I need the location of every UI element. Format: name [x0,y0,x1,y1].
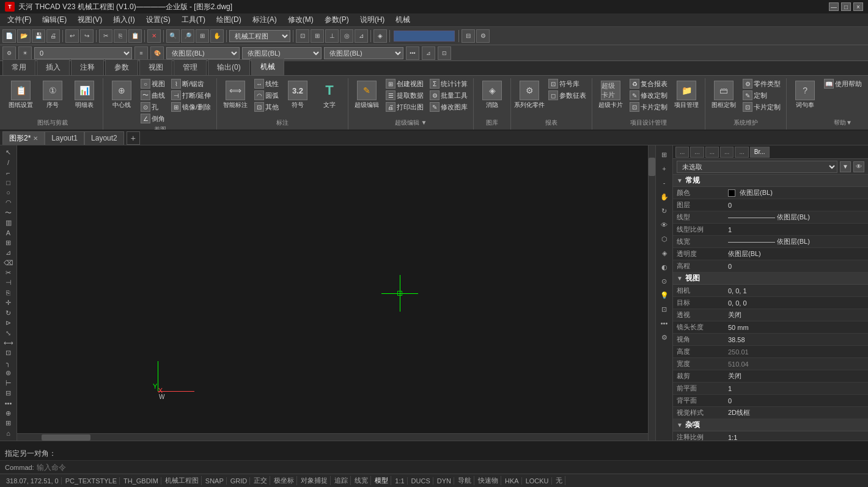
lt-rectangle[interactable]: □ [2,178,15,187]
rbn-chamfer[interactable]: ∠ 倒角 [139,113,167,124]
prop-tab-1[interactable]: ... [675,147,689,158]
bylayer-combo1[interactable]: 依图层(BL) [166,47,240,59]
rbn-centerline[interactable]: ⊕ 中心线 [107,78,136,110]
lt-move[interactable]: ✛ [2,298,15,307]
rbn-hide[interactable]: ◈ 消隐 [477,78,507,110]
scrollbar-thumb-h[interactable] [42,434,90,441]
menu-dimension[interactable]: 标注(A) [248,13,282,26]
ribbon-tab-view[interactable]: 视图 [139,59,172,75]
rbn-serial[interactable]: ① 序号 [38,78,67,110]
lt-offset[interactable]: ⊡ [2,348,15,357]
rbn-series-parts[interactable]: ⚙ 系列化零件 [515,78,544,110]
lt-extend[interactable]: ⊣ [2,278,15,287]
tb-print[interactable]: 🖨 [46,29,60,43]
rbn-roughness[interactable]: 3.2 符号 [283,78,312,110]
tb-paste[interactable]: 📋 [128,29,142,43]
menu-settings[interactable]: 设置(S) [141,13,175,26]
drawing-tab-layout2[interactable]: Layout2 [84,131,124,145]
prop-section-general[interactable]: ▼ 常规 [673,175,868,187]
menu-insert[interactable]: 插入(I) [108,13,139,26]
rt-light[interactable]: 💡 [658,288,671,302]
rbn-text[interactable]: T 文字 [315,78,344,110]
rt-3d[interactable]: ◈ [658,246,671,260]
rbn-bom[interactable]: 📊 明细表 [70,78,99,110]
rbn-card-customize[interactable]: ⊡ 卡片定制 [628,101,669,112]
ribbon-tab-common[interactable]: 常用 [2,59,35,75]
tb-props[interactable]: ⚙ [476,29,490,43]
lt-draw-line[interactable]: / [2,158,15,167]
rbn-drawing-setup[interactable]: 📋 图纸设置 [6,78,35,110]
rt-shade[interactable]: ◐ [658,260,671,274]
lt-more3[interactable]: ⊞ [2,419,15,428]
rbn-stats[interactable]: Σ 统计计算 [428,78,469,89]
rt-orbit[interactable]: ↻ [658,204,671,218]
scrollbar-thumb-v[interactable] [649,158,655,176]
tb-osnap[interactable]: ⊿ [355,29,368,43]
maximize-button[interactable]: □ [841,2,851,11]
tb-cut[interactable]: ✂ [99,29,112,43]
ribbon-tab-manage[interactable]: 管理 [174,59,207,75]
lt-scale[interactable]: ⤡ [2,328,15,337]
lt-pan-nav[interactable]: ⌂ [2,428,15,438]
prop-tab-2[interactable]: ... [690,147,704,158]
scrollbar-vertical[interactable] [648,145,655,441]
rt-zoom-ext[interactable]: ⊞ [658,148,671,161]
rbn-param-dim[interactable]: ◻ 参数征表 [546,90,588,101]
lt-erase[interactable]: ⌫ [2,258,15,267]
prop-selector[interactable]: 未选取 [677,161,837,173]
rbn-arc-dim[interactable]: ◠ 圆弧 [252,90,281,101]
lt-spline[interactable]: 〜 [2,208,15,217]
tb-linetype-mgr[interactable]: ≡ [134,46,148,60]
tb-zoom-ext[interactable]: ⊞ [196,29,209,43]
rbn-use-help[interactable]: 📖 使用帮助 [822,78,864,89]
prop-filter-btn[interactable]: ▼ [840,161,851,172]
ribbon-tab-annotation[interactable]: 注释 [71,59,104,75]
tb-redo[interactable]: ↪ [80,29,94,43]
tb-cancel[interactable]: ✕ [147,29,161,43]
lt-select[interactable]: ↖ [2,148,15,157]
mechanical-combo[interactable]: 机械工程图 [229,30,290,42]
rbn-break[interactable]: ⌇ 断/锯齿 [169,78,213,89]
rbn-print-view[interactable]: 🖨 打印出图 [384,101,425,112]
rt-zoom-out[interactable]: - [658,176,671,189]
menu-view[interactable]: 视图(V) [73,13,107,26]
ribbon-tab-insert[interactable]: 插入 [37,59,70,75]
rbn-project-mgr[interactable]: 📁 项目管理 [672,78,701,110]
bylayer-combo3[interactable]: 依图层(BL) [324,47,403,59]
rbn-super-edit[interactable]: ✎ 超级编辑 [352,78,381,110]
scrollbar-horizontal[interactable] [17,433,648,441]
tb-zoom-out[interactable]: 🔎 [181,29,194,43]
rbn-table[interactable]: ☰ 提取数据 [384,90,425,101]
prop-tab-browser[interactable]: Br... [750,147,770,158]
tb-new[interactable]: 📄 [2,29,16,43]
ribbon-tab-mechanical[interactable]: 机械 [251,59,284,75]
tb-ortho[interactable]: ⊥ [325,29,339,43]
rt-zoom-in[interactable]: + [658,162,671,175]
prop-tab-5[interactable]: ... [735,147,748,158]
rbn-other-dim[interactable]: ⊡ 其他 [252,101,281,112]
lt-stretch[interactable]: ⟷ [2,339,15,348]
command-input[interactable] [37,463,863,472]
lt-polyline[interactable]: ⌐ [2,168,15,177]
menu-file[interactable]: 文件(F) [2,13,36,26]
status-hka[interactable]: HKA [502,477,522,485]
status-dyn[interactable]: DYN [435,477,454,485]
rbn-customize[interactable]: ✎ 定制 [741,90,782,101]
layer-selector[interactable]: 0 [34,47,132,59]
status-track[interactable]: 追踪 [332,476,351,485]
lt-hatch[interactable]: ▥ [2,218,15,227]
rbn-super-sheet[interactable]: 超级卡片 超级卡片 [596,78,625,110]
rbn-help[interactable]: ? 词句奉 [790,78,820,110]
tb-save[interactable]: 💾 [32,29,45,43]
tb-copy[interactable]: ⎘ [114,29,127,43]
bylayer-combo2[interactable]: 依图层(BL) [242,47,322,59]
rbn-create-view[interactable]: ⊞ 创建视图 [384,78,425,89]
lt-fillet[interactable]: ╮ [2,359,15,368]
status-ducs[interactable]: DUCS [409,477,433,485]
rt-settings[interactable]: ⚙ [658,331,671,344]
rbn-curve[interactable]: 〜 曲线 [139,90,167,101]
rbn-mirror[interactable]: ⊞ 镜像/删除 [169,101,213,112]
status-ortho[interactable]: 正交 [251,476,270,485]
lt-text[interactable]: A [2,228,15,237]
rt-nav2[interactable]: ⊡ [658,302,671,316]
